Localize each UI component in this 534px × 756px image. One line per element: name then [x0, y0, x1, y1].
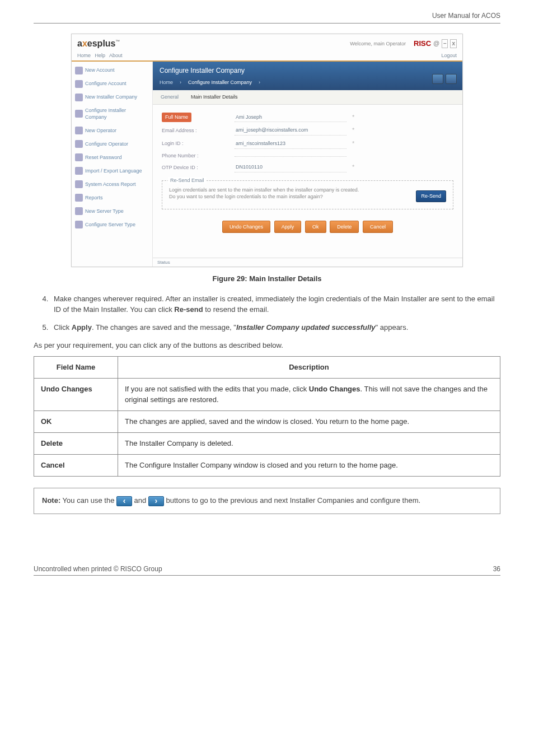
sidebar-item-configure-server[interactable]: Configure Server Type [74, 219, 150, 230]
installer-config-icon [75, 110, 83, 118]
next-installer-button[interactable] [446, 74, 457, 84]
figure-caption: Figure 29: Main Installer Details [34, 274, 500, 284]
risco-logo: RISC@ – x [414, 39, 457, 49]
password-icon [75, 153, 83, 161]
step-4: Make changes wherever required. After an… [50, 294, 500, 314]
brand-logo: axesplus™ [77, 38, 120, 50]
email-field[interactable]: ami_joseph@riscoinstallers.com [235, 125, 346, 136]
full-name-label: Full Name [162, 113, 191, 122]
th-description: Description [118, 357, 500, 379]
status-bar: Status [153, 258, 462, 267]
prev-nav-icon: ‹ [116, 496, 132, 506]
language-icon [75, 167, 83, 175]
next-nav-icon: › [148, 496, 164, 506]
resend-legend: Re-Send Email [168, 177, 207, 184]
login-field[interactable]: ami_riscoinstallers123 [235, 139, 346, 149]
report-icon [75, 180, 83, 188]
full-name-field[interactable]: Ami Joseph [235, 113, 346, 123]
welcome-text: Welcome, main Operator [350, 40, 406, 48]
sidebar: New Account Configure Account New Instal… [72, 62, 153, 267]
account-icon [75, 67, 83, 74]
phone-field[interactable] [235, 154, 346, 157]
table-row: Delete The Installer Company is deleted. [34, 432, 500, 454]
step-list: Make changes wherever required. After an… [50, 294, 500, 333]
field-description-table: Field Name Description Undo Changes If y… [34, 356, 500, 477]
step-5: Click Apply. The changes are saved and t… [50, 323, 500, 333]
breadcrumb-current: Configure Installer Company [188, 79, 252, 86]
sidebar-item-system-access[interactable]: System Access Report [74, 179, 150, 190]
menu-about[interactable]: About [109, 53, 123, 58]
phone-label: Phone Number : [162, 152, 229, 160]
th-field-name: Field Name [34, 357, 118, 379]
sidebar-item-configure-account[interactable]: Configure Account [74, 78, 150, 90]
sidebar-item-reset-password[interactable]: Reset Password [74, 152, 150, 163]
login-label: Login ID : [162, 140, 229, 147]
sidebar-item-reports[interactable]: Reports [74, 192, 150, 203]
server-config-icon [75, 221, 83, 228]
menu-help[interactable]: Help [95, 53, 106, 58]
sidebar-item-configure-installer[interactable]: Configure Installer Company [74, 105, 150, 123]
tab-general[interactable]: General [158, 92, 181, 102]
resend-button[interactable]: Re-Send [416, 190, 446, 202]
ok-button[interactable]: Ok [305, 221, 326, 234]
sidebar-item-configure-operator[interactable]: Configure Operator [74, 138, 150, 150]
operator-config-icon [75, 140, 83, 148]
page-footer: Uncontrolled when printed © RISCO Group … [34, 564, 500, 576]
delete-button[interactable]: Delete [330, 221, 359, 234]
undo-changes-button[interactable]: Undo Changes [222, 221, 270, 234]
menu-logout[interactable]: Logout [441, 52, 457, 59]
panel-header: Configure Installer Company Home › Confi… [153, 62, 462, 90]
page-header: User Manual for ACOS [34, 11, 500, 24]
tab-main-installer[interactable]: Main Installer Details [189, 92, 240, 102]
menu-home[interactable]: Home [77, 53, 91, 58]
breadcrumb-home[interactable]: Home [160, 79, 173, 86]
server-new-icon [75, 207, 83, 215]
sidebar-item-new-account[interactable]: New Account [74, 65, 150, 76]
minimize-icon[interactable]: – [442, 39, 448, 48]
reports-icon [75, 194, 83, 202]
apply-button[interactable]: Apply [274, 221, 302, 234]
operator-new-icon [75, 127, 83, 134]
cancel-button[interactable]: Cancel [363, 221, 393, 234]
note-box: Note: You can use the ‹ and › buttons to… [34, 488, 500, 514]
table-row: OK The changes are applied, saved and th… [34, 410, 500, 432]
email-label: Email Address : [162, 127, 229, 134]
account-config-icon [75, 80, 83, 88]
close-icon[interactable]: x [450, 39, 457, 48]
intro-text: As per your requirement, you can click a… [34, 340, 500, 351]
otp-label: OTP Device ID : [162, 164, 229, 171]
prev-installer-button[interactable] [432, 74, 443, 84]
screenshot-window: axesplus™ Welcome, main Operator RISC@ –… [71, 34, 463, 268]
table-row: Cancel The Configure Installer Company w… [34, 455, 500, 477]
resend-email-section: Re-Send Email Login credentials are sent… [162, 180, 453, 209]
sidebar-item-new-server[interactable]: New Server Type [74, 206, 150, 217]
sidebar-item-import-export[interactable]: Import / Export Language [74, 165, 150, 176]
sidebar-item-new-operator[interactable]: New Operator [74, 125, 150, 136]
otp-field[interactable]: DN1010110 [235, 162, 346, 172]
table-row: Undo Changes If you are not satisfied wi… [34, 379, 500, 410]
installer-new-icon [75, 94, 83, 101]
panel-title: Configure Installer Company [160, 66, 456, 76]
sidebar-item-new-installer[interactable]: New Installer Company [74, 92, 150, 103]
action-bar: Undo Changes Apply Ok Delete Cancel [162, 209, 453, 250]
